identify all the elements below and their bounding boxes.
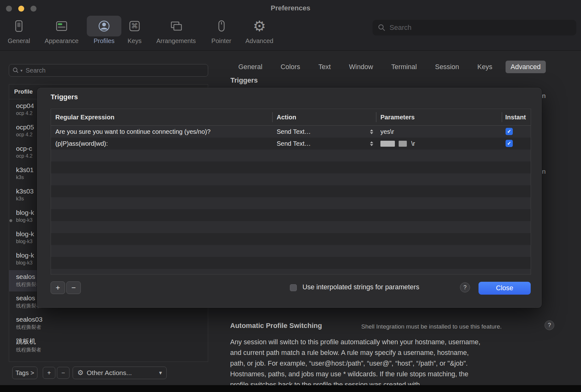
description-line: path, or job. For example, “user@host:/p…	[230, 358, 563, 369]
trigger-parameter[interactable]: yes\r	[380, 126, 394, 138]
appearance-icon	[44, 16, 79, 36]
profile-subtitle: 线程撕裂者	[16, 324, 208, 331]
toolbar-item-general[interactable]: General	[0, 16, 41, 45]
trigger-row-empty	[51, 269, 531, 275]
help-button[interactable]: ?	[460, 282, 470, 292]
clipped-text-fragment: n	[542, 168, 546, 175]
toolbar-item-keys[interactable]: ⌘ Keys	[113, 16, 157, 45]
profile-subtitle: 线程撕裂者	[16, 347, 208, 353]
column-divider	[376, 112, 376, 122]
close-button[interactable]: Close	[479, 282, 531, 295]
toolbar-item-label: Pointer	[199, 37, 243, 45]
remove-trigger-button[interactable]: −	[66, 281, 81, 294]
profile-search-input[interactable]	[25, 67, 183, 74]
toolbar-item-label: Appearance	[40, 37, 84, 45]
windows-stack-icon	[159, 16, 193, 36]
action-popup-stepper-icon[interactable]	[369, 140, 374, 147]
column-header-instant[interactable]: Instant	[505, 109, 526, 125]
chevron-down-icon: ▾	[20, 68, 23, 73]
trigger-row-empty	[51, 173, 531, 185]
chevron-down-icon: ▾	[159, 369, 162, 376]
command-glyph: ⌘	[117, 16, 152, 36]
profile-search-field[interactable]: ▾	[9, 64, 208, 77]
column-header-regex[interactable]: Regular Expression	[55, 109, 114, 125]
action-popup-stepper-icon[interactable]	[369, 128, 374, 135]
tab-advanced[interactable]: Advanced	[506, 61, 546, 73]
trigger-action[interactable]: Send Text…	[277, 138, 311, 150]
device-icon	[2, 16, 36, 36]
profile-name: sealos03	[16, 316, 208, 323]
redacted-parameter-block	[380, 141, 395, 147]
trigger-row-empty	[51, 233, 531, 245]
interpolated-strings-checkbox[interactable]	[290, 284, 297, 291]
toolbar: Preferences General Appearance Profiles …	[0, 0, 581, 51]
window-title: Preferences	[0, 4, 581, 12]
trigger-row[interactable]: Are you sure you want to continue connec…	[51, 126, 531, 138]
tab-terminal[interactable]: Terminal	[386, 61, 422, 73]
gear-icon: ⚙	[77, 369, 84, 377]
triggers-table-header: Regular Expression Action Parameters Ins…	[51, 109, 531, 126]
auto-profile-switching-description: Any session will switch to this profile …	[230, 337, 563, 390]
trigger-row-empty	[51, 257, 531, 269]
gear-glyph: ⚙	[253, 19, 266, 33]
instant-checkbox-checked[interactable]	[506, 128, 513, 135]
column-header-parameters[interactable]: Parameters	[380, 109, 415, 125]
gear-icon: ⚙	[242, 16, 277, 36]
remove-profile-button[interactable]: −	[57, 367, 69, 379]
trigger-regex[interactable]: Are you sure you want to continue connec…	[55, 126, 269, 138]
tab-keys[interactable]: Keys	[472, 61, 497, 73]
profile-name: 跳板机	[16, 337, 208, 346]
tab-general[interactable]: General	[233, 61, 268, 73]
trigger-row-empty	[51, 245, 531, 257]
tab-colors[interactable]: Colors	[276, 61, 305, 73]
mouse-icon	[204, 16, 239, 36]
clipped-text-fragment: n	[542, 92, 546, 100]
trigger-row-empty	[51, 161, 531, 173]
search-icon	[12, 67, 19, 74]
other-actions-dropdown[interactable]: ⚙ Other Actions... ▾	[73, 367, 167, 379]
profile-tab-bar: General Colors Text Window Terminal Sess…	[233, 60, 546, 74]
help-button[interactable]: ?	[545, 320, 554, 330]
triggers-section-heading: Triggers	[230, 76, 258, 84]
toolbar-item-arrangements[interactable]: Arrangements	[154, 16, 198, 45]
tab-window[interactable]: Window	[344, 61, 378, 73]
toolbar-item-label: Advanced	[237, 37, 281, 45]
tags-button[interactable]: Tags >	[12, 367, 37, 379]
trigger-row-empty	[51, 209, 531, 221]
tab-session[interactable]: Session	[430, 61, 464, 73]
trigger-row-empty	[51, 197, 531, 209]
sheet-title: Triggers	[51, 93, 78, 101]
toolbar-search-field[interactable]	[373, 20, 576, 35]
trigger-row-empty	[51, 185, 531, 197]
instant-checkbox-checked[interactable]	[506, 140, 513, 147]
add-trigger-button[interactable]: +	[51, 281, 65, 294]
trigger-action[interactable]: Send Text…	[277, 126, 311, 138]
trigger-row-empty	[51, 150, 531, 161]
toolbar-item-pointer[interactable]: Pointer	[199, 16, 243, 45]
tab-text[interactable]: Text	[313, 61, 336, 73]
add-profile-button[interactable]: +	[43, 367, 55, 379]
toolbar-item-label: General	[0, 37, 41, 45]
toolbar-item-appearance[interactable]: Appearance	[40, 16, 84, 45]
trigger-regex[interactable]: (p|P)ass(word|wd):	[55, 138, 269, 150]
list-indicator-dot	[9, 219, 12, 222]
profile-row[interactable]: 跳板机线程撕裂者	[9, 334, 208, 356]
auto-profile-switching-heading: Automatic Profile Switching	[230, 322, 322, 330]
redacted-parameter-block	[399, 141, 407, 147]
toolbar-item-advanced[interactable]: ⚙ Advanced	[237, 16, 281, 45]
column-divider	[502, 112, 502, 122]
profile-row[interactable]: sealos03线程撕裂者	[9, 313, 208, 334]
toolbar-item-label: Keys	[113, 37, 157, 45]
search-icon	[378, 24, 386, 32]
shell-integration-note: Shell Integration must be installed to u…	[361, 323, 502, 330]
description-line: Hostnames, paths, and jobs may use * wil…	[230, 369, 563, 379]
triggers-table-body: Are you sure you want to continue connec…	[51, 126, 531, 275]
trigger-parameter-suffix[interactable]: \r	[411, 138, 415, 150]
triggers-sheet: Triggers Regular Expression Action Param…	[37, 88, 542, 308]
column-divider	[272, 112, 273, 122]
description-line: Any session will switch to this profile …	[230, 337, 563, 347]
toolbar-search-input[interactable]	[389, 23, 549, 32]
trigger-row[interactable]: (p|P)ass(word|wd): Send Text… \r	[51, 138, 531, 150]
column-header-action[interactable]: Action	[277, 109, 296, 125]
trigger-row-empty	[51, 221, 531, 233]
